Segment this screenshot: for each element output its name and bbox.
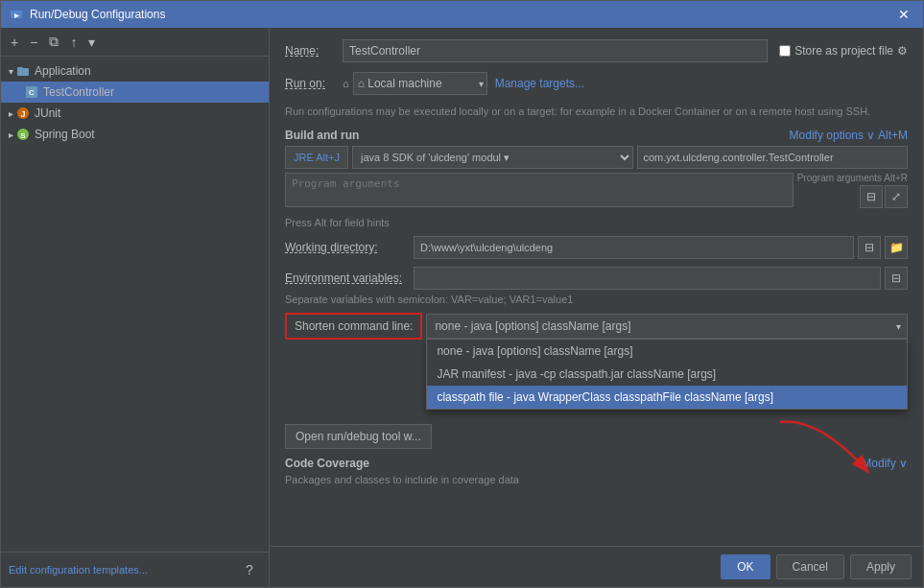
run-on-row: Run on: ⌂ ⌂ Local machine ▾ Manage targe… bbox=[285, 72, 908, 95]
sidebar-junit-label: JUnit bbox=[35, 106, 60, 120]
sidebar-application-label: Application bbox=[35, 64, 91, 78]
shorten-option-none-label: none - java [options] className [args] bbox=[437, 344, 632, 358]
prog-args-browse-button[interactable]: ⊟ bbox=[860, 185, 883, 208]
build-run-section: Build and run Modify options ∨ Alt+M JRE… bbox=[285, 129, 908, 211]
prog-args-expand-button[interactable]: ⤢ bbox=[885, 185, 908, 208]
svg-rect-3 bbox=[17, 67, 23, 69]
svg-text:C: C bbox=[29, 88, 35, 97]
sidebar-item-junit[interactable]: ▸ J JUnit bbox=[1, 103, 269, 124]
main-class-wrap: Main class Alt+C bbox=[637, 146, 909, 169]
close-button[interactable]: ✕ bbox=[892, 5, 915, 24]
sidebar-item-testcontroller[interactable]: C TestController bbox=[1, 82, 269, 103]
application-folder-icon bbox=[15, 63, 31, 79]
working-dir-label: Working directory: bbox=[285, 241, 410, 254]
prog-args-textarea[interactable] bbox=[285, 173, 794, 207]
build-run-header: Build and run Modify options ∨ Alt+M bbox=[285, 129, 908, 142]
prog-args-section: Program arguments Alt+R ⊟ ⤢ bbox=[285, 173, 908, 211]
run-config-info-text: Run configurations may be executed local… bbox=[285, 105, 908, 119]
junit-icon: J bbox=[15, 106, 31, 121]
sidebar-item-application[interactable]: ▾ Application bbox=[1, 60, 269, 82]
shorten-option-none[interactable]: none - java [options] className [args] bbox=[427, 340, 907, 363]
working-dir-browse-button[interactable]: ⊟ bbox=[858, 236, 881, 259]
prog-args-row: Program arguments Alt+R ⊟ ⤢ bbox=[285, 173, 908, 211]
shorten-option-classpath[interactable]: classpath file - java WrapperClass class… bbox=[427, 386, 907, 409]
build-run-title: Build and run bbox=[285, 129, 359, 142]
shorten-cmd-value: none - java [options] className [args] bbox=[435, 319, 630, 333]
store-as-project-container: Store as project file ⚙ bbox=[779, 44, 908, 58]
ok-button[interactable]: OK bbox=[721, 554, 770, 579]
code-coverage-section: Code Coverage Modify ∨ Packages and clas… bbox=[285, 457, 908, 485]
code-coverage-modify-link[interactable]: Modify ∨ bbox=[862, 457, 908, 470]
code-coverage-header: Code Coverage Modify ∨ bbox=[285, 457, 908, 470]
env-vars-input[interactable] bbox=[414, 267, 881, 290]
prog-args-icons: ⊟ ⤢ bbox=[860, 185, 908, 208]
move-down-button[interactable]: ▾ bbox=[84, 33, 99, 52]
title-bar-left: Run/Debug Configurations bbox=[9, 7, 165, 22]
prog-args-label: Program arguments Alt+R bbox=[797, 173, 908, 183]
shorten-cmd-label-box: Shorten command line: bbox=[285, 313, 422, 340]
name-row: Name: Store as project file ⚙ bbox=[285, 39, 908, 62]
build-run-row1: JRE Alt+J java 8 SDK of 'ulcdeng' modul … bbox=[285, 146, 908, 169]
store-as-project-label: Store as project file bbox=[794, 44, 893, 58]
remove-config-button[interactable]: − bbox=[26, 33, 41, 52]
apply-button[interactable]: Apply bbox=[850, 554, 912, 579]
shorten-option-jar[interactable]: JAR manifest - java -cp classpath.jar cl… bbox=[427, 363, 907, 386]
junit-arrow: ▸ bbox=[9, 108, 13, 119]
form-area: Name: Store as project file ⚙ Run on: ⌂ bbox=[270, 28, 923, 546]
prog-args-controls: Program arguments Alt+R ⊟ ⤢ bbox=[797, 173, 908, 208]
env-vars-row: Environment variables: ⊟ bbox=[285, 267, 908, 290]
open-rundebug-button[interactable]: Open run/debug tool w... bbox=[285, 424, 432, 449]
expand-arrow: ▾ bbox=[9, 66, 13, 77]
local-machine-dropdown-wrap: ⌂ ⌂ Local machine ▾ bbox=[343, 72, 487, 95]
svg-text:J: J bbox=[20, 109, 25, 119]
springboot-arrow: ▸ bbox=[9, 129, 13, 140]
sidebar-toolbar: + − ⧉ ↑ ▾ bbox=[1, 28, 269, 57]
main-body: + − ⧉ ↑ ▾ ▾ Application bbox=[1, 28, 923, 587]
press-alt-hint: Press Alt for field hints bbox=[285, 217, 908, 228]
cancel-button[interactable]: Cancel bbox=[776, 554, 844, 579]
sidebar-tree: ▾ Application C bbox=[1, 57, 269, 552]
shorten-cmd-row: Shorten command line: none - java [optio… bbox=[285, 313, 908, 340]
move-up-button[interactable]: ↑ bbox=[66, 33, 81, 52]
local-machine-select[interactable]: ⌂ Local machine bbox=[353, 72, 487, 95]
env-vars-label: Environment variables: bbox=[285, 271, 410, 285]
env-vars-button[interactable]: ⊟ bbox=[885, 267, 908, 290]
right-panel: Name: Store as project file ⚙ Run on: ⌂ bbox=[270, 28, 923, 587]
working-dir-open-button[interactable]: 📁 bbox=[885, 236, 908, 259]
sidebar-testcontroller-label: TestController bbox=[43, 85, 114, 99]
copy-config-button[interactable]: ⧉ bbox=[45, 32, 62, 52]
java-class-icon: C bbox=[24, 84, 39, 100]
code-coverage-title: Code Coverage bbox=[285, 457, 369, 470]
jre-button[interactable]: JRE Alt+J bbox=[285, 146, 348, 169]
shorten-cmd-display[interactable]: none - java [options] className [args] ▾ bbox=[426, 314, 908, 339]
main-class-input[interactable] bbox=[637, 146, 909, 169]
run-on-label: Run on: bbox=[285, 77, 343, 90]
dialog-icon bbox=[9, 7, 24, 22]
add-config-button[interactable]: + bbox=[7, 33, 22, 52]
edit-templates-link[interactable]: Edit configuration templates... bbox=[9, 564, 148, 576]
dialog-title: Run/Debug Configurations bbox=[30, 8, 165, 21]
working-dir-input[interactable] bbox=[414, 236, 854, 259]
open-rundebug-row: Open run/debug tool w... bbox=[285, 424, 908, 449]
manage-targets-link[interactable]: Manage targets... bbox=[495, 77, 584, 90]
help-button[interactable]: ? bbox=[238, 558, 261, 581]
sidebar: + − ⧉ ↑ ▾ ▾ Application bbox=[1, 28, 270, 587]
svg-text:S: S bbox=[20, 131, 26, 140]
sep-hint: Separate variables with semicolon: VAR=v… bbox=[285, 294, 908, 305]
sdk-main-class-row: java 8 SDK of 'ulcdeng' modul ▾ Main cla… bbox=[352, 146, 908, 169]
modify-options-link[interactable]: Modify options ∨ Alt+M bbox=[790, 129, 908, 142]
shorten-dropdown-arrow-icon: ▾ bbox=[896, 321, 901, 332]
sidebar-item-springboot[interactable]: ▸ S Spring Boot bbox=[1, 124, 269, 145]
sidebar-springboot-label: Spring Boot bbox=[35, 128, 95, 141]
name-input[interactable] bbox=[343, 39, 768, 62]
svg-rect-2 bbox=[17, 68, 29, 76]
gear-icon[interactable]: ⚙ bbox=[897, 44, 908, 58]
shorten-cmd-label: Shorten command line: bbox=[295, 319, 413, 333]
run-debug-dialog: Run/Debug Configurations ✕ + − ⧉ ↑ ▾ ▾ bbox=[0, 0, 924, 588]
coverage-desc: Packages and classes to include in cover… bbox=[285, 474, 908, 485]
sdk-dropdown[interactable]: java 8 SDK of 'ulcdeng' modul ▾ bbox=[352, 146, 633, 169]
shorten-cmd-popup: none - java [options] className [args] J… bbox=[426, 339, 908, 410]
store-as-project-checkbox[interactable] bbox=[779, 45, 791, 57]
run-on-controls: ⌂ ⌂ Local machine ▾ Manage targets... bbox=[343, 72, 584, 95]
name-label: Name: bbox=[285, 44, 343, 58]
